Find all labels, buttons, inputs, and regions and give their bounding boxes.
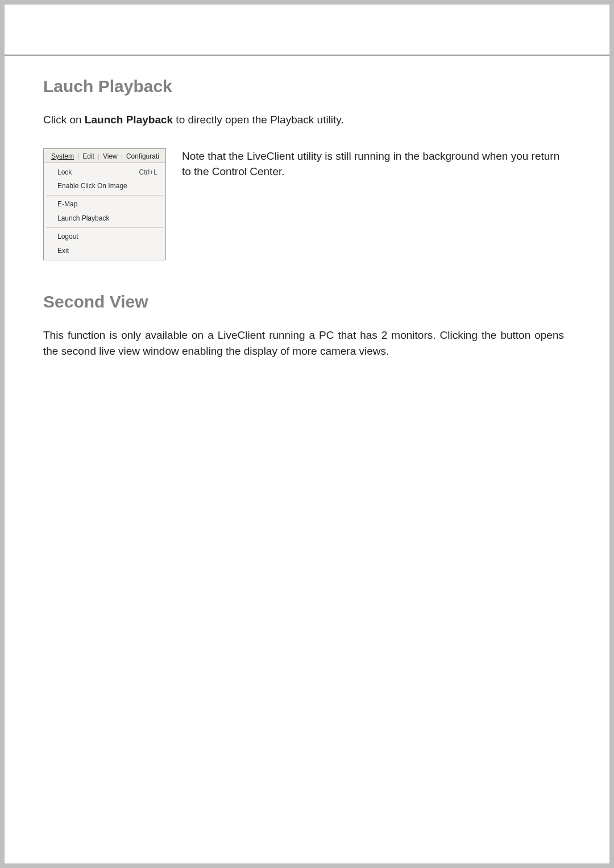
paragraph-second-view-body: This function is only available on a Liv… xyxy=(43,327,564,359)
page: VIVOTEK Lauch Playback Click on Launch P… xyxy=(5,5,609,863)
menu-item-label: Enable Click On Image xyxy=(57,181,127,191)
menu-item-label: Logout xyxy=(57,232,78,242)
menu-item-lock[interactable]: Lock Ctrl+L xyxy=(44,165,165,180)
paragraph-launch-playback-note: Note that the LiveClient utility is stil… xyxy=(182,148,564,180)
heading-second-view: Second View xyxy=(43,292,564,312)
menu-item-label: Exit xyxy=(57,246,69,256)
page-header: VIVOTEK xyxy=(5,5,609,52)
menu-item-label: Launch Playback xyxy=(57,214,109,223)
menu-item-label: E-Map xyxy=(57,200,77,209)
menu-item-exit[interactable]: Exit xyxy=(44,244,165,258)
text-strong: Launch Playback xyxy=(85,114,173,126)
text: to directly open the Playback utility. xyxy=(173,114,344,126)
menu-item-emap[interactable]: E-Map xyxy=(44,197,165,211)
menu-tab-system[interactable]: System xyxy=(48,152,77,160)
menu-tab-view[interactable]: View xyxy=(100,152,121,160)
heading-launch-playback: Lauch Playback xyxy=(43,77,564,96)
menu-tab-edit[interactable]: Edit xyxy=(80,152,97,160)
text: Click on xyxy=(43,114,85,126)
row-menu-and-note: System | Edit | View | Configurati Lock … xyxy=(43,148,564,261)
menu-item-enable-click-on-image[interactable]: Enable Click On Image xyxy=(44,179,165,193)
menu-divider xyxy=(46,195,163,196)
menu-tab-bar: System | Edit | View | Configurati xyxy=(44,149,165,163)
menu-tab-configuration[interactable]: Configurati xyxy=(123,152,162,160)
header-rule-light xyxy=(5,56,609,56)
menu-screenshot: System | Edit | View | Configurati Lock … xyxy=(43,148,166,261)
menu-item-shortcut: Ctrl+L xyxy=(139,168,157,177)
page-footer: 152 - User's Manual xyxy=(44,821,121,830)
menu-item-launch-playback[interactable]: Launch Playback xyxy=(44,211,165,226)
menu-dropdown: Lock Ctrl+L Enable Click On Image E-Map … xyxy=(44,163,165,260)
menu-item-logout[interactable]: Logout xyxy=(44,230,165,244)
menu-divider xyxy=(46,227,163,228)
paragraph-launch-playback-lead: Click on Launch Playback to directly ope… xyxy=(43,112,564,128)
page-content: Lauch Playback Click on Launch Playback … xyxy=(5,77,609,359)
menu-item-label: Lock xyxy=(57,168,72,177)
brand-label: VIVOTEK xyxy=(44,34,609,44)
